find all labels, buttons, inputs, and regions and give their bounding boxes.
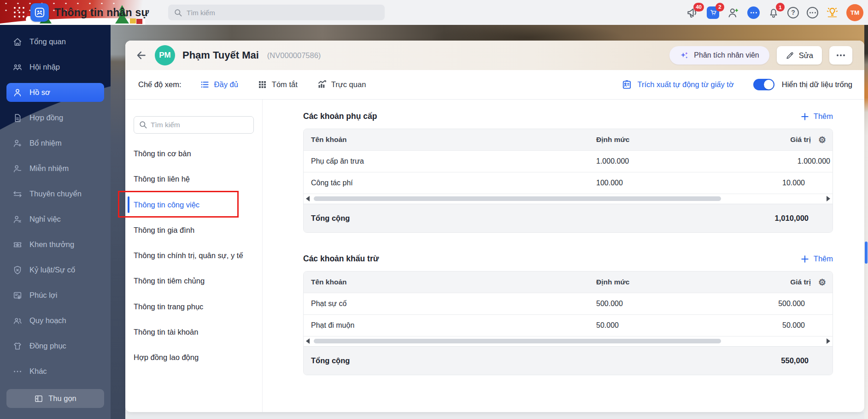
store-badge: 2: [716, 3, 724, 12]
app-launcher-icon[interactable]: [14, 7, 25, 18]
backdrop-right-strip: [864, 25, 868, 419]
view-mode-list-view[interactable]: Đầy đủ: [200, 80, 238, 89]
table-settings-gear-icon[interactable]: ⚙: [818, 278, 826, 287]
section-nav-item[interactable]: Thông tin tài khoản: [134, 322, 254, 342]
employee-header: PM Phạm Tuyết Mai (NV000007586) Phân tíc…: [125, 41, 864, 70]
sidebar-item-document[interactable]: Hợp đồng: [6, 108, 104, 127]
employee-avatar: PM: [155, 45, 175, 65]
view-mode-grid-view[interactable]: Tóm tắt: [258, 80, 298, 89]
user-avatar[interactable]: TM: [846, 4, 863, 21]
back-button[interactable]: [135, 49, 147, 61]
document-icon: [12, 113, 23, 123]
sidebar-item-person-plus[interactable]: Bổ nhiệm: [6, 134, 104, 153]
edit-button[interactable]: Sửa: [777, 46, 822, 65]
section-nav-item[interactable]: Thông tin công việc: [134, 195, 254, 214]
sidebar-item-person[interactable]: Hồ sơ: [6, 83, 104, 102]
section-nav-label: Thông tin cơ bản: [134, 149, 191, 158]
column-header: Giá trị: [790, 278, 811, 286]
table-row[interactable]: Phạt sự cố500.000500.000: [304, 293, 833, 314]
help-icon[interactable]: ?: [787, 7, 799, 18]
auto-extract-label: Trích xuất tự động từ giấy tờ: [637, 80, 733, 89]
scroll-right-arrow[interactable]: [827, 196, 830, 201]
add-user-icon[interactable]: [727, 6, 739, 19]
deductions-section: Các khoản khấu trừ Thêm Tên khoản Định m…: [303, 254, 833, 375]
total-label: Tổng cộng: [311, 356, 350, 365]
table-settings-gear-icon[interactable]: ⚙: [818, 136, 826, 144]
sidebar-item-people-planning[interactable]: Quy hoạch: [6, 311, 104, 330]
scrollbar-thumb[interactable]: [314, 196, 721, 201]
section-nav-item[interactable]: Thông tin chính trị, quân sự, y tế: [134, 246, 254, 265]
auto-extract-button[interactable]: Trích xuất tự động từ giấy tờ: [622, 79, 733, 90]
hr-app-icon[interactable]: [30, 3, 49, 22]
scroll-left-arrow[interactable]: [306, 338, 310, 344]
sidebar: Tổng quanHội nhậpHồ sơHợp đồngBổ nhiệmMi…: [0, 25, 111, 419]
store-app-icon[interactable]: 2: [707, 6, 719, 19]
view-mode-chart-view[interactable]: Trực quan: [317, 80, 366, 89]
ellipsis-icon: [12, 366, 23, 377]
sidebar-item-label: Nghỉ việc: [29, 215, 61, 224]
sidebar-item-home[interactable]: Tổng quan: [6, 32, 104, 51]
sidebar-item-label: Hồ sơ: [29, 88, 50, 97]
sidebar-item-person-minus[interactable]: Miễn nhiệm: [6, 159, 104, 178]
add-allowance-button[interactable]: Thêm: [800, 112, 833, 121]
announcements-icon[interactable]: 40: [686, 6, 699, 19]
notifications-icon[interactable]: 1: [768, 6, 780, 18]
add-deduction-button[interactable]: Thêm: [800, 254, 833, 264]
section-nav-item[interactable]: Hợp đồng lao động: [134, 348, 254, 367]
add-allowance-label: Thêm: [814, 112, 833, 121]
global-search[interactable]: [168, 5, 385, 20]
view-mode-label: Chế độ xem:: [138, 80, 182, 89]
sidebar-item-transfer-arrows[interactable]: Thuyên chuyển: [6, 184, 104, 203]
vertical-scrollbar[interactable]: [865, 242, 868, 264]
table-cell: 500.000: [744, 300, 833, 308]
chat-icon[interactable]: [747, 6, 760, 19]
help-glyph: ?: [791, 9, 795, 16]
transfer-arrows-icon: [12, 189, 23, 199]
section-nav-item[interactable]: Thông tin tiêm chủng: [134, 271, 254, 290]
sidebar-item-ticket-star[interactable]: Khen thưởng: [6, 235, 104, 254]
global-search-input[interactable]: [187, 9, 379, 17]
section-nav-item[interactable]: Thông tin trang phục: [134, 297, 254, 316]
sidebar-item-benefit-card[interactable]: Phúc lợi: [6, 286, 104, 305]
scrollbar-thumb[interactable]: [314, 339, 721, 343]
list-view-icon: [200, 80, 210, 89]
user-avatar-initials: TM: [850, 9, 860, 16]
section-nav: Thông tin cơ bảnThông tin liên hệThông t…: [125, 100, 263, 412]
more-actions-button[interactable]: [829, 46, 852, 65]
chart-view-icon: [317, 80, 327, 89]
scroll-left-arrow[interactable]: [306, 196, 310, 201]
section-search-input[interactable]: [151, 121, 249, 129]
sparkles-icon: [680, 51, 689, 60]
sidebar-item-people-group[interactable]: Hội nhập: [6, 58, 104, 77]
person-plus-icon: [12, 138, 23, 148]
table-row[interactable]: Công tác phí100.00010.000: [304, 172, 833, 194]
sidebar-item-label: Phúc lợi: [29, 291, 57, 300]
section-nav-item[interactable]: Thông tin cơ bản: [134, 144, 254, 163]
analyze-employee-button[interactable]: Phân tích nhân viên: [669, 46, 769, 65]
section-nav-item[interactable]: Thông tin gia đình: [134, 220, 254, 240]
whats-new-icon[interactable]: [826, 6, 839, 19]
section-search[interactable]: [134, 116, 254, 134]
sidebar-item-shield-x[interactable]: Kỷ luật/Sự cố: [6, 260, 104, 279]
section-nav-label: Thông tin công việc: [134, 201, 199, 209]
more-options-icon[interactable]: [807, 7, 818, 18]
sidebar-item-person-x[interactable]: Nghỉ việc: [6, 210, 104, 229]
sidebar-item-tshirt[interactable]: Đồng phục: [6, 336, 104, 355]
collapse-sidebar-button[interactable]: Thu gọn: [6, 389, 104, 408]
sidebar-item-label: Đồng phục: [29, 342, 66, 350]
table-row[interactable]: Phạt đi muộn50.00050.000: [304, 314, 833, 336]
section-nav-label: Thông tin chính trị, quân sự, y tế: [134, 251, 243, 260]
total-value: 550,000: [781, 356, 809, 365]
table-row[interactable]: Phụ cấp ăn trưa1.000.0001.000.000: [304, 150, 833, 172]
section-nav-item[interactable]: Thông tin liên hệ: [134, 169, 254, 189]
allowances-table: Tên khoản Định mức Giá trị⚙ Phụ cấp ăn t…: [303, 129, 833, 233]
column-header: Định mức: [596, 136, 744, 144]
sidebar-item-ellipsis[interactable]: Khác: [6, 362, 104, 381]
analyze-employee-label: Phân tích nhân viên: [694, 51, 759, 59]
scroll-right-arrow[interactable]: [827, 338, 830, 344]
column-header: Tên khoản: [304, 278, 596, 286]
allowances-section: Các khoản phụ cấp Thêm Tên khoản Định mứ…: [303, 112, 833, 233]
show-empty-data-toggle[interactable]: [753, 79, 774, 90]
table-cell: 50.000: [596, 321, 744, 330]
notifications-badge: 1: [776, 3, 785, 12]
